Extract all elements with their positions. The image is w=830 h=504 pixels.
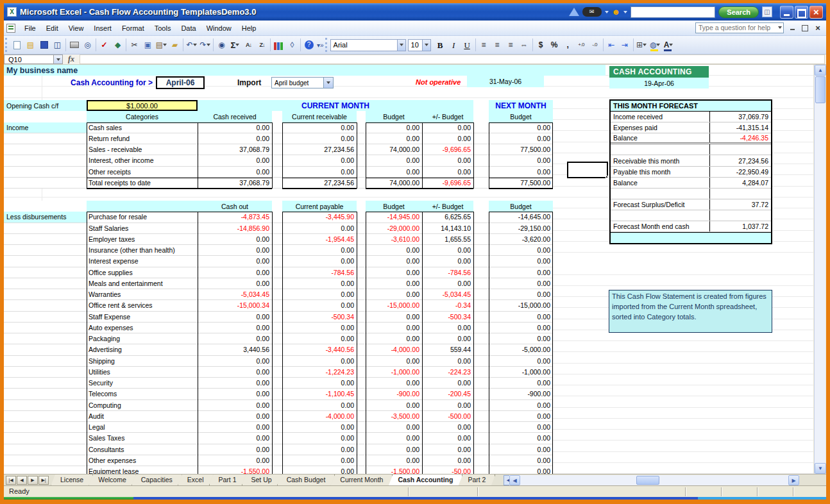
- workbook-close-button[interactable]: ×: [812, 23, 824, 33]
- forecast-label[interactable]: Income received: [611, 112, 710, 122]
- column-header[interactable]: Budget: [366, 111, 422, 122]
- value-cell[interactable]: -1,500.00: [366, 466, 422, 474]
- value-cell[interactable]: -1,224.23: [282, 367, 357, 377]
- value-cell[interactable]: 37,068.79: [198, 144, 272, 155]
- value-cell[interactable]: -4,873.45: [198, 212, 272, 222]
- value-cell[interactable]: 0.00: [366, 133, 422, 144]
- restore-button[interactable]: [795, 6, 808, 19]
- value-cell[interactable]: 14,143.10: [422, 223, 473, 233]
- value-cell[interactable]: 0.00: [198, 278, 272, 289]
- value-cell[interactable]: 0.00: [422, 433, 473, 443]
- category-cell[interactable]: Other receipts: [87, 167, 198, 177]
- forecast-value[interactable]: 4,284.07: [710, 178, 771, 188]
- redo-icon[interactable]: ↷: [198, 38, 212, 52]
- value-cell[interactable]: 0.00: [366, 256, 422, 266]
- currency-icon[interactable]: $: [534, 38, 548, 52]
- autosum-icon[interactable]: Σ: [228, 38, 242, 52]
- value-cell[interactable]: 37,068.79: [198, 178, 272, 188]
- tab-part-1[interactable]: Part 1: [209, 475, 246, 485]
- value-cell[interactable]: -500.34: [282, 312, 357, 322]
- category-cell[interactable]: Sales - receivable: [87, 144, 198, 155]
- selected-cell[interactable]: [567, 162, 608, 178]
- value-cell[interactable]: 0.00: [198, 444, 272, 455]
- value-cell[interactable]: 0.00: [489, 400, 553, 410]
- category-cell[interactable]: Sales Taxes: [87, 433, 198, 443]
- value-cell[interactable]: 0.00: [282, 133, 357, 144]
- value-cell[interactable]: 0.00: [489, 289, 553, 299]
- help-icon[interactable]: ?: [302, 38, 316, 52]
- column-header[interactable]: +/- Budget: [422, 201, 473, 212]
- value-cell[interactable]: 0.00: [489, 422, 553, 432]
- increase-decimal-icon[interactable]: +.0: [575, 38, 588, 52]
- permission-icon[interactable]: ◫: [51, 38, 64, 52]
- value-cell[interactable]: 0.00: [282, 466, 357, 474]
- value-cell[interactable]: 0.00: [198, 356, 272, 366]
- value-cell[interactable]: 0.00: [366, 400, 422, 410]
- category-cell[interactable]: Staff Salaries: [87, 223, 198, 233]
- value-cell[interactable]: -3,620.00: [489, 234, 553, 244]
- value-cell[interactable]: 0.00: [422, 122, 473, 133]
- forecast-value[interactable]: 27,234.56: [710, 155, 771, 165]
- value-cell[interactable]: 0.00: [422, 422, 473, 432]
- value-cell[interactable]: 0.00: [198, 333, 272, 344]
- italic-icon[interactable]: I: [447, 38, 461, 52]
- value-cell[interactable]: -14,645.00: [489, 212, 553, 222]
- category-cell[interactable]: Auto expenses: [87, 323, 198, 333]
- toolbar-grip[interactable]: [5, 38, 8, 52]
- business-name-cell[interactable]: My business name: [4, 65, 606, 76]
- value-cell[interactable]: 0.00: [489, 466, 553, 474]
- forecast-label[interactable]: [611, 189, 710, 199]
- value-cell[interactable]: 0.00: [198, 422, 272, 432]
- new-icon[interactable]: ▪: [10, 38, 24, 52]
- value-cell[interactable]: -500.00: [422, 411, 473, 421]
- value-cell[interactable]: -1,954.45: [282, 234, 357, 244]
- print-icon[interactable]: ▪: [67, 38, 81, 52]
- workbook-restore-button[interactable]: [799, 23, 811, 33]
- statement-date-cell[interactable]: 31-May-06: [467, 76, 544, 87]
- value-cell[interactable]: 0.00: [366, 122, 422, 133]
- value-cell[interactable]: -29,000.00: [366, 223, 422, 233]
- value-cell[interactable]: 74,000.00: [366, 178, 422, 188]
- row-label-income[interactable]: Income: [4, 122, 87, 133]
- sort-desc-icon[interactable]: Z↓: [255, 38, 269, 52]
- scroll-right-button[interactable]: ▶: [788, 475, 799, 485]
- category-cell[interactable]: Meals and entertainment: [87, 278, 198, 289]
- tab-current-month[interactable]: Current Month: [330, 475, 393, 485]
- value-cell[interactable]: 0.00: [282, 167, 357, 177]
- value-cell[interactable]: -1,550.00: [198, 466, 272, 474]
- tab-cash-budget[interactable]: Cash Budget: [277, 475, 335, 485]
- value-cell[interactable]: 77,500.00: [489, 178, 553, 188]
- value-cell[interactable]: 0.00: [489, 455, 553, 466]
- menu-help[interactable]: Help: [237, 22, 262, 34]
- value-cell[interactable]: -4,000.00: [282, 411, 357, 421]
- menu-data[interactable]: Data: [176, 22, 201, 34]
- column-header[interactable]: +/- Budget: [422, 111, 473, 122]
- merge-center-icon[interactable]: ⇔: [518, 38, 531, 52]
- opening-cash-value[interactable]: $1,000.00: [87, 100, 198, 111]
- cut-icon[interactable]: ✂: [128, 38, 141, 52]
- value-cell[interactable]: 0.00: [198, 256, 272, 266]
- forecast-label[interactable]: Balance: [611, 133, 710, 142]
- category-cell[interactable]: Consultants: [87, 444, 198, 455]
- value-cell[interactable]: 0.00: [422, 444, 473, 455]
- category-cell[interactable]: Return refund: [87, 133, 198, 144]
- category-cell[interactable]: Shipping: [87, 356, 198, 366]
- question-box[interactable]: Type a question for help: [695, 22, 784, 33]
- forecast-title[interactable]: THIS MONTH FORECAST: [611, 101, 771, 112]
- category-cell[interactable]: Interest expense: [87, 256, 198, 266]
- cash-accounting-badge[interactable]: CASH ACCOUNTING: [609, 66, 709, 78]
- forecast-label[interactable]: Balance: [611, 178, 710, 188]
- current-month-header[interactable]: CURRENT MONTH: [198, 100, 473, 111]
- decrease-indent-icon[interactable]: ⇤: [605, 38, 618, 52]
- spelling-icon[interactable]: ✓: [97, 38, 111, 52]
- print-preview-icon[interactable]: ◎: [81, 38, 94, 52]
- value-cell[interactable]: -5,034.45: [198, 289, 272, 299]
- category-cell[interactable]: Telecoms: [87, 389, 198, 399]
- category-cell[interactable]: Employer taxes: [87, 234, 198, 244]
- category-cell[interactable]: Insurance (other than health): [87, 245, 198, 255]
- value-cell[interactable]: 0.00: [198, 155, 272, 165]
- value-cell[interactable]: -29,150.00: [489, 223, 553, 233]
- column-header[interactable]: Current payable: [282, 201, 357, 212]
- forecast-label[interactable]: Forecast Month end cash: [611, 221, 710, 231]
- copy-icon[interactable]: ▣: [141, 38, 155, 52]
